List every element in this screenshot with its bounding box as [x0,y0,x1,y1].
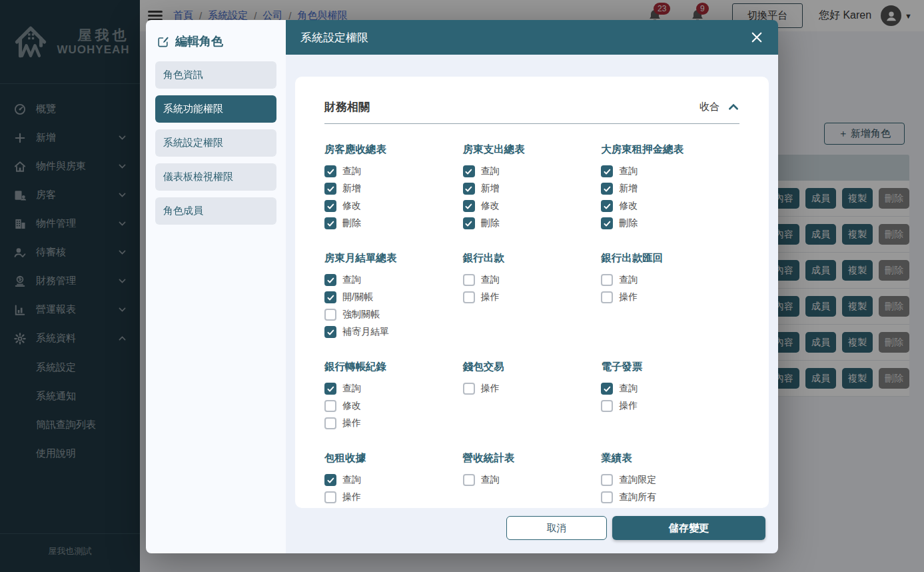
permission-group-title: 大房東租押金總表 [601,143,739,157]
permission-option[interactable]: 查詢限定 [601,474,739,486]
permission-group-title: 電子發票 [601,360,739,374]
permission-checkbox[interactable] [324,474,336,486]
permission-checkbox[interactable] [324,309,336,321]
permission-option[interactable]: 查詢 [463,474,602,486]
permission-checkbox[interactable] [324,491,336,503]
permission-checkbox[interactable] [463,291,475,303]
permission-option[interactable]: 新增 [324,183,463,195]
permission-option[interactable]: 操作 [601,400,739,412]
permission-option[interactable]: 操作 [601,291,739,303]
permission-label: 操作 [342,417,361,429]
permission-option[interactable]: 查詢所有 [601,491,739,503]
permission-group: 大房東租押金總表查詢新增修改刪除 [601,143,739,235]
permission-checkbox[interactable] [324,217,336,229]
permission-label: 查詢 [342,474,361,486]
permission-option[interactable]: 補寄月結單 [324,326,463,338]
permission-option[interactable]: 操作 [324,491,463,503]
permission-option[interactable]: 查詢 [324,383,463,395]
permission-option[interactable]: 查詢 [601,383,739,395]
permission-group-title: 銀行出款匯回 [601,251,739,265]
save-changes-button[interactable]: 儲存變更 [612,516,765,540]
permission-option[interactable]: 強制關帳 [324,309,463,321]
cancel-button[interactable]: 取消 [506,516,607,540]
modal-nav-item[interactable]: 角色資訊 [155,61,276,89]
permission-checkbox[interactable] [601,474,613,486]
permission-checkbox[interactable] [324,400,336,412]
permission-checkbox[interactable] [324,183,336,195]
modal-nav-item[interactable]: 系統設定權限 [155,129,276,157]
permission-checkbox[interactable] [463,274,475,286]
permission-checkbox[interactable] [324,417,336,429]
permission-option[interactable]: 新增 [463,183,602,195]
permission-option[interactable]: 開/關帳 [324,291,463,303]
permission-option[interactable]: 操作 [324,417,463,429]
permission-label: 開/關帳 [342,291,373,303]
permission-checkbox[interactable] [324,165,336,177]
permission-label: 查詢 [342,274,361,286]
permission-label: 新增 [619,183,638,195]
permission-checkbox[interactable] [601,274,613,286]
permission-group-title: 營收統計表 [463,451,602,465]
modal-nav: 角色資訊系統功能權限系統設定權限儀表板檢視權限角色成員 [155,61,276,225]
modal-nav-item[interactable]: 系統功能權限 [155,95,276,123]
collapse-toggle[interactable]: 收合 [699,101,739,113]
permission-group: 錢包交易操作 [463,360,602,435]
permission-checkbox[interactable] [463,217,475,229]
modal-nav-item[interactable]: 儀表板檢視權限 [155,163,276,191]
permission-label: 操作 [619,291,638,303]
permission-option[interactable]: 刪除 [324,217,463,229]
modal-nav-item[interactable]: 角色成員 [155,197,276,225]
permission-checkbox[interactable] [324,291,336,303]
permission-option[interactable]: 修改 [463,200,602,212]
permission-checkbox[interactable] [601,217,613,229]
permission-label: 查詢所有 [619,491,656,503]
permission-option[interactable]: 操作 [463,291,602,303]
permission-option[interactable]: 查詢 [324,274,463,286]
permission-label: 刪除 [619,217,638,229]
permission-option[interactable]: 刪除 [601,217,739,229]
permission-checkbox[interactable] [601,291,613,303]
permission-option[interactable]: 查詢 [324,165,463,177]
permission-checkbox[interactable] [463,474,475,486]
permission-label: 查詢 [342,383,361,395]
permission-label: 查詢 [481,474,500,486]
permission-label: 操作 [481,383,500,395]
permission-option[interactable]: 查詢 [463,165,602,177]
permission-checkbox[interactable] [463,183,475,195]
permission-group-title: 房東月結單總表 [324,251,463,265]
permission-checkbox[interactable] [601,165,613,177]
permission-option[interactable]: 修改 [324,400,463,412]
permission-checkbox[interactable] [324,274,336,286]
permission-option[interactable]: 修改 [324,200,463,212]
permission-checkbox[interactable] [324,326,336,338]
permission-checkbox[interactable] [463,383,475,395]
permission-checkbox[interactable] [463,165,475,177]
permission-checkbox[interactable] [601,491,613,503]
permission-option[interactable]: 刪除 [463,217,602,229]
permission-group: 包租收據查詢操作 [324,451,463,508]
permission-label: 補寄月結單 [342,326,389,338]
permission-group: 營收統計表查詢 [463,451,602,508]
permission-option[interactable]: 查詢 [601,274,739,286]
close-icon[interactable] [750,31,763,44]
permission-group-title: 房客應收總表 [324,143,463,157]
permission-checkbox[interactable] [601,400,613,412]
permission-checkbox[interactable] [601,183,613,195]
permission-checkbox[interactable] [324,383,336,395]
permission-option[interactable]: 操作 [463,383,602,395]
permissions-card: 財務相關 收合 房客應收總表查詢新增修改刪除房東支出總表查詢新增修改刪除大房東租… [295,77,769,508]
permission-label: 操作 [481,291,500,303]
permission-option[interactable]: 新增 [601,183,739,195]
permission-group: 房客應收總表查詢新增修改刪除 [324,143,463,235]
permission-group-title: 業績表 [601,451,739,465]
permission-groups: 房客應收總表查詢新增修改刪除房東支出總表查詢新增修改刪除大房東租押金總表查詢新增… [324,143,739,508]
permission-checkbox[interactable] [324,200,336,212]
permission-option[interactable]: 查詢 [463,274,602,286]
permission-checkbox[interactable] [601,200,613,212]
permission-checkbox[interactable] [463,200,475,212]
permission-option[interactable]: 查詢 [601,165,739,177]
permission-option[interactable]: 查詢 [324,474,463,486]
section-title: 財務相關 [324,99,370,115]
permission-option[interactable]: 修改 [601,200,739,212]
permission-checkbox[interactable] [601,383,613,395]
